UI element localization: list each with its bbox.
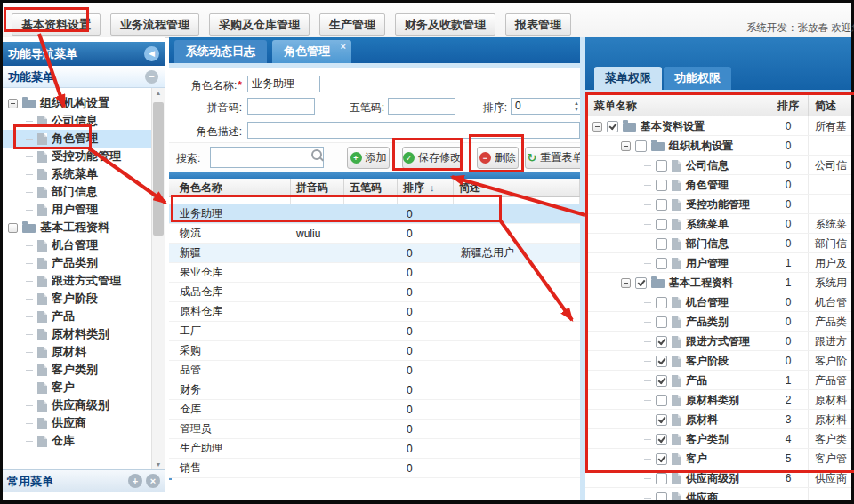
grid-row-2[interactable]: 新疆0新疆总用户 [169,244,580,263]
permission-checkbox[interactable] [607,121,618,132]
permissions-tree-row-2[interactable]: 公司信息0公司信 [585,156,851,175]
grid-row-13[interactable]: 销售0 [169,459,580,478]
permissions-tree-row-7[interactable]: 用户管理1用户及 [585,253,851,273]
tab-close-icon[interactable]: × [341,41,346,52]
grid-column-header-1[interactable]: 拼音码 [291,179,344,196]
permissions-tree-row-14[interactable]: 原材料类别2原材料 [585,390,851,410]
grid-column-header-2[interactable]: 五笔码 [344,179,398,196]
scrollbar-thumb[interactable] [153,102,164,236]
permission-checkbox[interactable] [656,473,667,484]
sidebar-section-header[interactable]: 功能菜单 − [3,66,165,88]
pinyin-input[interactable] [247,98,315,115]
collapse-section-icon[interactable]: − [145,70,158,84]
grid-row-1[interactable]: 物流wuliu0 [169,224,580,244]
permission-checkbox[interactable] [656,258,667,269]
grid-column-header-4[interactable]: 简述 [454,179,580,196]
grid-row-6[interactable]: 工厂0 [169,322,580,341]
sidebar-tree-item-12[interactable]: 产品 [3,308,165,325]
add-button[interactable]: + 添加 [347,147,390,169]
expander-icon[interactable] [621,141,631,151]
top-menu-item-5[interactable]: 报表管理 [505,13,571,36]
permission-checkbox[interactable] [656,434,667,445]
top-menu-item-0[interactable]: 基本资料设置 [12,13,101,36]
save-button[interactable]: ✓ 保存修改 [402,147,462,169]
permission-checkbox[interactable] [656,375,667,387]
permissions-tree-row-1[interactable]: 组织机构设置0 [585,136,851,156]
sidebar-tree-item-13[interactable]: 原材料类别 [3,325,165,343]
grid-column-header-3[interactable]: 排序↓ [398,179,454,196]
permission-checkbox[interactable] [656,180,667,191]
permissions-tree-row-6[interactable]: 部门信息0部门信 [585,234,851,253]
search-icon[interactable] [311,149,322,160]
expander-icon[interactable] [621,278,631,288]
grid-row-8[interactable]: 品管0 [169,361,580,380]
grid-row-7[interactable]: 采购0 [169,341,580,361]
permissions-tree-row-13[interactable]: 产品1产品管 [585,371,851,390]
grid-row-9[interactable]: 财务0 [169,380,580,400]
sidebar-tree-item-1[interactable]: 公司信息 [3,112,165,130]
top-menu-item-3[interactable]: 生产管理 [319,13,385,36]
grid-column-header-0[interactable]: 角色名称 [169,179,291,196]
permissions-tree-row-5[interactable]: 系统菜单0系统菜 [585,214,851,234]
sidebar-tree-item-19[interactable]: 仓库 [3,432,165,450]
permission-checkbox[interactable] [656,316,667,328]
main-tab-0[interactable]: 系统动态日志 [174,40,267,63]
permissions-tab-0[interactable]: 菜单权限 [594,67,662,90]
sidebar-scrollbar[interactable]: ▲ ▼ [151,88,165,469]
permissions-tree-row-11[interactable]: 跟进方式管理0跟进方 [585,332,851,351]
sidebar-tree-item-8[interactable]: 机台管理 [3,236,165,254]
sidebar-collapse-icon[interactable]: ◀ [144,46,159,61]
scroll-down-icon[interactable]: ▼ [152,461,165,468]
reset-form-button[interactable]: ↻ 重置表单 [525,147,585,169]
permission-checkbox[interactable] [656,336,667,348]
grid-row-0[interactable]: 业务助理0 [169,204,580,224]
permission-checkbox[interactable] [656,160,667,172]
role-desc-input[interactable] [247,122,580,139]
sidebar-tree-item-11[interactable]: 客户阶段 [3,290,165,308]
permission-checkbox[interactable] [656,492,667,500]
sidebar-tree-item-10[interactable]: 跟进方式管理 [3,272,165,290]
spinner-up-icon[interactable]: ▲ [574,100,579,106]
permissions-tree-row-8[interactable]: 基本工程资料1系统用 [585,273,851,292]
permissions-tab-1[interactable]: 功能权限 [664,67,731,90]
sidebar-tree-item-6[interactable]: 用户管理 [3,201,165,219]
permission-checkbox[interactable] [635,277,647,289]
permissions-tree-row-17[interactable]: 客户5客户管 [585,449,851,468]
sidebar-tree-item-9[interactable]: 产品类别 [3,254,165,272]
permission-checkbox[interactable] [656,395,667,406]
permission-checkbox[interactable] [656,297,667,308]
spinner-down-icon[interactable]: ▼ [574,107,579,112]
remove-favorite-icon[interactable]: × [146,474,160,488]
sidebar-tree-item-4[interactable]: 系统菜单 [3,165,165,183]
grid-row-5[interactable]: 原料仓库0 [169,302,580,322]
permissions-tree-row-15[interactable]: 原材料3原材料 [585,410,851,429]
grid-row-11[interactable]: 管理员0 [169,420,580,439]
permission-checkbox[interactable] [656,356,667,367]
sidebar-tree-item-2[interactable]: 角色管理 [3,130,165,148]
sidebar-tree-item-15[interactable]: 客户类别 [3,361,165,379]
permissions-tree-row-4[interactable]: 受控功能管理0 [585,195,851,214]
permissions-tree-row-16[interactable]: 客户类别4客户类 [585,429,851,449]
permissions-tree-row-3[interactable]: 角色管理0 [585,175,851,195]
sidebar-tree-item-7[interactable]: 基本工程资料 [3,219,165,236]
wubi-input[interactable] [388,98,455,115]
permissions-tree-row-18[interactable]: 供应商级别6供应商 [585,468,851,488]
sidebar-tree-item-18[interactable]: 供应商 [3,414,165,432]
sidebar-footer[interactable]: 常用菜单 + × [3,469,165,492]
grid-row-3[interactable]: 果业仓库0 [169,263,580,283]
permission-checkbox[interactable] [635,140,647,152]
top-menu-item-1[interactable]: 业务流程管理 [110,13,199,36]
role-name-input[interactable] [247,76,320,92]
permissions-tree-row-10[interactable]: 产品类别0产品类 [585,312,851,332]
top-menu-item-2[interactable]: 采购及仓库管理 [209,13,310,36]
main-tab-1[interactable]: 角色管理× [272,40,351,63]
scroll-up-icon[interactable]: ▲ [152,90,165,96]
sidebar-tree-item-5[interactable]: 部门信息 [3,183,165,201]
expander-icon[interactable] [592,122,602,132]
sort-spinner[interactable]: 0 ▲ ▼ [511,98,584,115]
grid-row-10[interactable]: 仓库0 [169,400,580,420]
grid-row-12[interactable]: 生产助理0 [169,439,580,459]
permissions-tree-row-19[interactable]: 供应商 [585,488,851,500]
permission-checkbox[interactable] [656,219,667,230]
sidebar-tree-item-17[interactable]: 供应商级别 [3,396,165,414]
